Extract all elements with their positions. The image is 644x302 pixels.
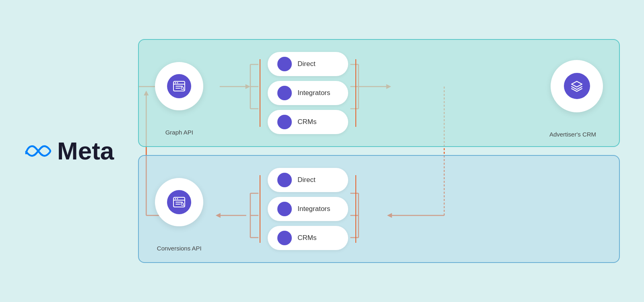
svg-rect-34 <box>175 86 183 87</box>
svg-line-37 <box>184 89 184 90</box>
svg-point-45 <box>181 203 184 205</box>
bottom-direct-dot <box>277 173 292 187</box>
bottom-integrators-label: Integrators <box>297 205 330 213</box>
bottom-options-group: Direct Integrators CRMs <box>268 168 348 250</box>
bottom-crms-pill: CRMs <box>268 226 348 250</box>
layers-icon <box>570 80 583 93</box>
advertiser-crm-node: Advertiser's CRM <box>543 60 603 126</box>
svg-point-42 <box>177 198 178 199</box>
svg-point-41 <box>175 198 176 199</box>
flow-box-bottom: Conversions API Direct Integrators <box>138 155 620 263</box>
top-direct-dot <box>277 57 292 71</box>
top-crms-pill: CRMs <box>268 110 348 134</box>
top-integrators-pill: Integrators <box>268 81 348 105</box>
advertiser-crm-label: Advertiser's CRM <box>549 131 596 138</box>
graph-api-circle <box>155 62 203 110</box>
meta-symbol-icon <box>24 143 52 159</box>
bottom-integrators-pill: Integrators <box>268 197 348 221</box>
flow-boxes: Graph API Direct Integrators <box>138 39 620 263</box>
conversions-api-label: Conversions API <box>157 245 202 252</box>
graph-api-node: Graph API <box>155 62 203 124</box>
browser2-icon <box>173 196 186 209</box>
top-integrators-label: Integrators <box>297 89 330 97</box>
svg-marker-38 <box>572 81 582 87</box>
bottom-crms-dot <box>277 231 292 245</box>
flow-box-top: Graph API Direct Integrators <box>138 39 620 147</box>
browser-icon <box>173 80 186 93</box>
svg-point-36 <box>181 87 184 89</box>
meta-logo-text: Meta <box>57 139 114 163</box>
main-layout: Meta <box>0 0 644 302</box>
top-crms-dot <box>277 115 292 129</box>
conversions-api-node: Conversions API <box>155 178 203 240</box>
svg-point-32 <box>175 82 176 83</box>
top-direct-label: Direct <box>297 60 315 68</box>
bottom-crms-label: CRMs <box>297 234 316 242</box>
top-integrators-dot <box>277 86 292 100</box>
advertiser-crm-icon <box>564 73 590 99</box>
top-crms-label: CRMs <box>297 118 316 126</box>
top-direct-pill: Direct <box>268 52 348 76</box>
svg-point-33 <box>177 82 178 83</box>
graph-api-label: Graph API <box>165 129 193 136</box>
bottom-integrators-dot <box>277 202 292 216</box>
svg-rect-44 <box>175 204 180 205</box>
bottom-direct-pill: Direct <box>268 168 348 192</box>
advertiser-crm-circle <box>551 60 603 112</box>
conversions-api-circle <box>155 178 203 226</box>
top-options-group: Direct Integrators CRMs <box>268 52 348 134</box>
svg-rect-43 <box>175 202 183 203</box>
svg-line-46 <box>184 205 184 206</box>
conversions-api-icon <box>167 190 191 214</box>
bottom-direct-label: Direct <box>297 176 315 184</box>
meta-logo: Meta <box>24 139 114 163</box>
graph-api-icon <box>167 74 191 98</box>
svg-rect-35 <box>175 88 180 89</box>
